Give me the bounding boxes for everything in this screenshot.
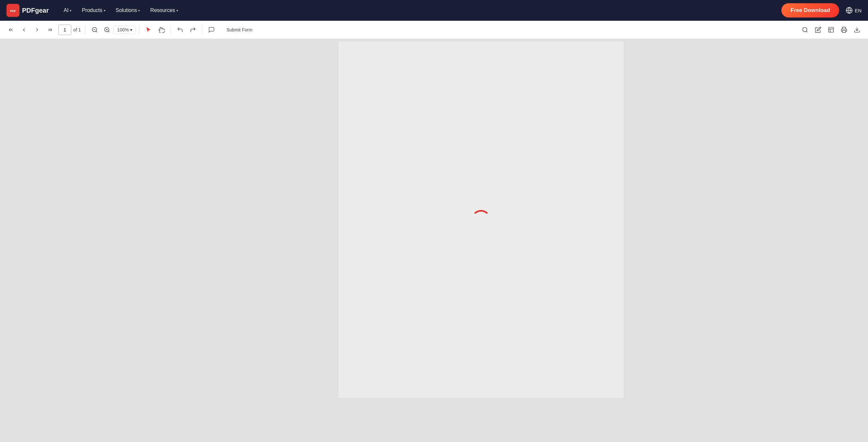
zoom-value: 100%	[117, 27, 129, 32]
redo-icon	[190, 27, 196, 33]
submit-form-button[interactable]: Submit Form	[221, 25, 257, 35]
language-selector[interactable]: EN	[846, 7, 862, 14]
hand-pan-icon	[158, 27, 165, 33]
zoom-out-icon	[91, 27, 98, 33]
toolbar-right	[799, 24, 863, 36]
search-icon	[802, 27, 808, 33]
chevron-down-icon: ▾	[138, 9, 140, 12]
nav-products[interactable]: Products ▾	[76, 5, 110, 16]
svg-line-7	[96, 31, 97, 32]
svg-line-13	[806, 31, 808, 32]
nav-products-label: Products	[82, 7, 102, 13]
svg-rect-14	[829, 27, 834, 32]
first-page-button[interactable]	[5, 24, 17, 36]
first-page-icon	[8, 27, 14, 33]
divider	[170, 25, 171, 34]
page-of-label: of 1	[73, 27, 81, 32]
download-icon	[854, 27, 860, 33]
nav-resources-label: Resources	[150, 7, 175, 13]
pages-icon	[828, 27, 834, 33]
prev-page-button[interactable]	[18, 24, 30, 36]
globe-icon	[846, 7, 853, 14]
print-icon	[841, 27, 847, 33]
nav-ai-label: AI	[64, 7, 68, 13]
search-button[interactable]	[799, 24, 811, 36]
prev-page-icon	[21, 27, 27, 33]
chevron-down-icon: ▾	[70, 9, 71, 12]
edit-button[interactable]	[812, 24, 824, 36]
chevron-down-icon: ▾	[177, 9, 178, 12]
spinner-arc	[471, 210, 491, 230]
zoom-out-button[interactable]	[89, 24, 100, 36]
zoom-in-icon	[104, 27, 110, 33]
main-content	[0, 39, 868, 442]
select-cursor-button[interactable]	[143, 24, 154, 36]
svg-rect-17	[842, 30, 846, 32]
left-panel	[0, 39, 94, 442]
logo-text: PDFgear	[22, 7, 49, 14]
svg-text:PDF: PDF	[10, 9, 16, 13]
svg-point-12	[803, 27, 807, 31]
nav-ai[interactable]: AI ▾	[58, 5, 76, 16]
zoom-chevron-icon: ▾	[130, 27, 132, 32]
page-number-input[interactable]: 1	[58, 25, 71, 35]
lang-label: EN	[855, 8, 862, 13]
next-page-button[interactable]	[31, 24, 43, 36]
print-button[interactable]	[838, 24, 850, 36]
pdf-page	[338, 41, 624, 398]
navbar: PDF PDFgear AI ▾ Products ▾ Solutions ▾ …	[0, 0, 868, 21]
nav-resources[interactable]: Resources ▾	[145, 5, 183, 16]
zoom-in-button[interactable]	[101, 24, 113, 36]
zoom-dropdown[interactable]: 100% ▾	[114, 26, 136, 34]
comment-button[interactable]	[206, 24, 217, 36]
logo-link[interactable]: PDF PDFgear	[6, 4, 49, 17]
pages-button[interactable]	[825, 24, 837, 36]
undo-button[interactable]	[174, 24, 186, 36]
logo-icon: PDF	[6, 4, 20, 17]
svg-line-11	[108, 31, 110, 32]
edit-icon	[815, 27, 821, 33]
comment-icon	[208, 27, 215, 33]
page-input-area: 1 of 1	[58, 25, 81, 35]
toolbar: 1 of 1 100% ▾	[0, 21, 868, 39]
redo-button[interactable]	[187, 24, 199, 36]
undo-icon	[177, 27, 183, 33]
last-page-button[interactable]	[44, 24, 56, 36]
cursor-select-icon	[145, 27, 152, 33]
chevron-down-icon: ▾	[104, 9, 105, 12]
download-button[interactable]	[851, 24, 863, 36]
pdf-viewer-area[interactable]	[94, 39, 868, 442]
divider	[139, 25, 140, 34]
nav-solutions[interactable]: Solutions ▾	[111, 5, 145, 16]
divider	[202, 25, 203, 34]
last-page-icon	[47, 27, 53, 33]
free-download-button[interactable]: Free Download	[781, 3, 839, 18]
loading-spinner	[471, 210, 491, 230]
zoom-controls: 100% ▾	[89, 24, 136, 36]
pan-cursor-button[interactable]	[156, 24, 167, 36]
nav-solutions-label: Solutions	[116, 7, 137, 13]
divider	[85, 25, 86, 34]
next-page-icon	[34, 27, 40, 33]
